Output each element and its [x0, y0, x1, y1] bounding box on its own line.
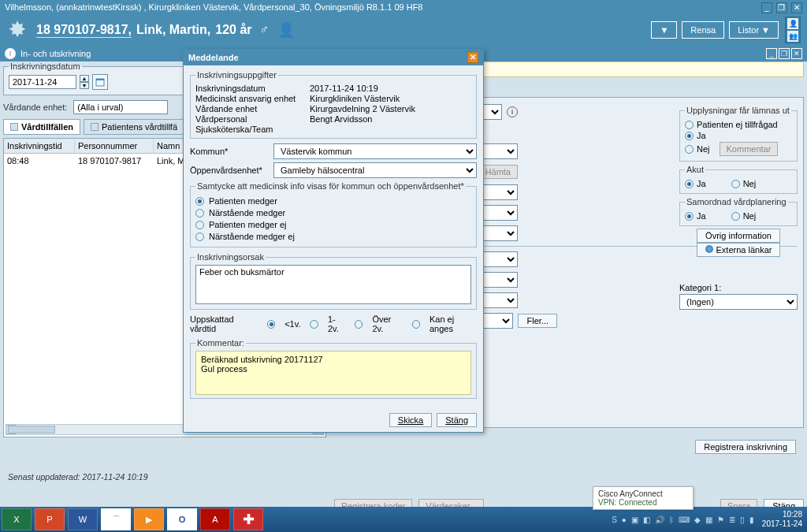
tray-volume-icon[interactable]: 🔊	[655, 515, 664, 524]
skicka-button[interactable]: Skicka	[389, 413, 432, 427]
patient-header: 18 970107-9817, Link, Martin, 120 år ♂ 👤…	[0, 14, 807, 46]
inskrivningsorsak-legend: Inskrivningsorsak	[195, 252, 266, 262]
registrera-inskrivning-button[interactable]: Registrera inskrivning	[695, 440, 796, 454]
tray-icon[interactable]: S	[612, 515, 617, 524]
inskrivningsorsak-textarea[interactable]: Feber och buksmärtor	[195, 265, 471, 304]
vardande-enhet-label: Vårdande enhet:	[3, 102, 67, 112]
close-button[interactable]: ✕	[791, 2, 802, 13]
kategori-label: Kategori 1:	[679, 283, 798, 292]
radio-ej-tillfragad[interactable]	[685, 121, 694, 129]
listor-button[interactable]: Listor ▼	[729, 21, 779, 39]
taskbar-plus-icon[interactable]: ✚	[233, 508, 263, 530]
akut-fieldset: Akut Ja Nej	[679, 165, 798, 194]
radio-lt1v[interactable]	[267, 320, 275, 329]
system-tray: S ● ▣ ◧ 🔊 ᛒ ⌨ ◆ ▦ ⚑ ≣ ▯ ▮	[612, 515, 757, 524]
calendar-icon	[95, 77, 105, 87]
tray-icon[interactable]: ●	[622, 515, 627, 524]
status-line: Senast uppdaterad: 2017-11-24 10:19	[8, 472, 147, 482]
tray-icon[interactable]: ⌨	[679, 515, 690, 524]
radio-narstaende-medger-ej[interactable]	[195, 233, 204, 241]
radio-ja[interactable]	[685, 132, 694, 140]
tab-vardtillfallen[interactable]: Vårdtillfällen	[3, 119, 80, 135]
date-input[interactable]	[9, 75, 76, 89]
tray-icon[interactable]: ≣	[729, 515, 735, 524]
taskbar-excel-icon[interactable]: X	[2, 508, 32, 530]
kommentar-legend: Kommentar:	[195, 338, 246, 348]
col-inskrivningstid[interactable]: Inskrivningstid	[4, 139, 75, 153]
tray-bluetooth-icon[interactable]: ᛒ	[669, 515, 674, 524]
openvard-select[interactable]: Gamleby hälsocentral	[273, 162, 477, 178]
patient-age: 120 år	[215, 23, 251, 37]
cell-tid: 08:48	[4, 154, 75, 168]
group-icon[interactable]: 👥	[787, 31, 798, 42]
taskbar-outlook-icon[interactable]: O	[167, 508, 197, 530]
window-title: Vilhelmsson, (annkatrinwtestKirssk) , Ki…	[5, 0, 422, 14]
akut-ja-radio[interactable]	[685, 180, 694, 188]
samordnad-ja-radio[interactable]	[685, 212, 694, 221]
module-max-button[interactable]: ❐	[779, 48, 790, 59]
radio-1-2v[interactable]	[310, 320, 318, 329]
vardande-enhet-input[interactable]	[73, 100, 168, 114]
dialog-close-button[interactable]: ✕	[467, 52, 478, 63]
date-up-icon[interactable]: ▲	[80, 75, 89, 82]
kommentar-line-1: Beräknad utskrivning 20171127	[201, 355, 466, 364]
upplysningar-fieldset: Upplysningar får lämnas ut Patienten ej …	[679, 106, 798, 162]
taskbar-acrobat-icon[interactable]: A	[200, 508, 230, 530]
taskbar-app1-icon[interactable]: ⌒	[101, 508, 131, 530]
kategori-select[interactable]: (Ingen)	[679, 294, 798, 310]
samtycke-fieldset: Samtycke att medicinsk info visas för ko…	[190, 181, 477, 247]
ovrig-info-button[interactable]: Övrig information	[697, 229, 780, 243]
tray-icon[interactable]: ◧	[643, 515, 650, 524]
tray-icon[interactable]: ▦	[705, 515, 712, 524]
date-down-icon[interactable]: ▼	[80, 82, 89, 89]
radio-patient-medger-ej[interactable]	[195, 221, 204, 229]
radio-narstaende-medger[interactable]	[195, 209, 204, 218]
gender-icon: ♂	[260, 23, 270, 37]
radio-over2v[interactable]	[355, 320, 363, 329]
taskbar-word-icon[interactable]: W	[68, 508, 98, 530]
taskbar-clock[interactable]: 10:28 2017-11-24	[757, 510, 807, 529]
svg-rect-1	[96, 79, 104, 80]
kommentar-button[interactable]: Kommentar	[720, 142, 779, 156]
radio-patient-medger[interactable]	[195, 197, 204, 206]
hamta-button[interactable]: Hämta	[478, 165, 518, 179]
user-icon[interactable]: 👤	[787, 18, 798, 29]
module-close-button[interactable]: ✕	[791, 48, 802, 59]
clock-time: 10:28	[762, 510, 802, 519]
fler-button[interactable]: Fler...	[518, 314, 557, 328]
dialog-stang-button[interactable]: Stäng	[437, 413, 477, 427]
taskbar-powerpoint-icon[interactable]: P	[35, 508, 65, 530]
radio-nej[interactable]	[685, 145, 694, 154]
kommun-label: Kommun*	[190, 147, 269, 156]
dialog-titlebar[interactable]: Meddelande ✕	[184, 50, 483, 65]
tab-patientens[interactable]: Patientens vårdtillfä	[84, 119, 184, 135]
module-icon: I	[5, 48, 16, 59]
externa-lankar-button[interactable]: Externa länkar	[697, 243, 781, 257]
col-personnummer[interactable]: Personnummer	[75, 139, 154, 153]
minimize-button[interactable]: _	[761, 2, 772, 13]
info-icon[interactable]: i	[507, 106, 518, 117]
maximize-button[interactable]: ❐	[776, 2, 787, 13]
uppskattad-label: Uppskattad vårdtid	[190, 314, 258, 333]
calendar-button[interactable]	[92, 74, 108, 90]
akut-nej-radio[interactable]	[731, 180, 740, 188]
kommun-select[interactable]: Västervik kommun	[273, 143, 477, 159]
dropdown-button[interactable]: ▼	[651, 21, 677, 39]
rensa-button[interactable]: Rensa	[682, 21, 724, 39]
tray-icon[interactable]: ⚑	[717, 515, 724, 524]
patient-id[interactable]: 18 970107-9817,	[36, 23, 132, 38]
scroll-thumb[interactable]	[8, 426, 55, 433]
tray-icon[interactable]: ▣	[631, 515, 638, 524]
tab-icon	[10, 123, 18, 131]
module-min-button[interactable]: _	[766, 48, 777, 59]
right-options-column: Upplysningar får lämnas ut Patienten ej …	[679, 106, 798, 310]
tray-icon[interactable]: ◆	[694, 515, 701, 524]
samordnad-nej-radio[interactable]	[731, 212, 740, 221]
radio-kan-ej[interactable]	[412, 320, 420, 329]
tray-battery-icon[interactable]: ▯	[740, 515, 745, 524]
kommentar-line-2: Gul process	[201, 364, 466, 374]
tray-wifi-icon[interactable]: ▮	[749, 515, 754, 524]
tab-icon	[91, 123, 99, 131]
inskrivningsdatum-legend: Inskrivningsdatum	[9, 61, 82, 71]
taskbar-media-icon[interactable]: ▶	[134, 508, 164, 530]
